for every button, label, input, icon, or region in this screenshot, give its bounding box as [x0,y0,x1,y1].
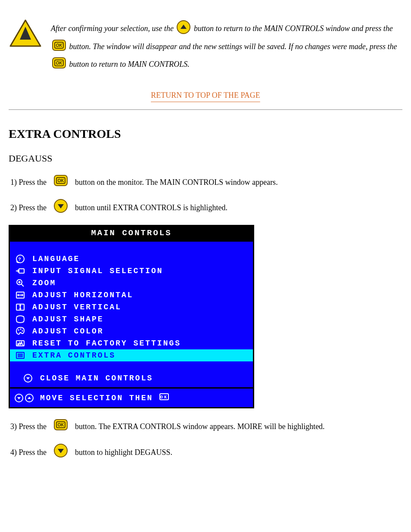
ok-button-icon [52,38,66,56]
osd-item-label: RESET TO FACTORY SETTINGS [32,339,181,348]
osd-item-label: ZOOM [32,279,56,287]
osd-body: LANGUAGE INPUT SIGNAL SELECTION ZOOM ADJ… [10,240,253,387]
warning-icon [9,17,43,48]
osd-title: MAIN CONTROLS [10,226,253,240]
step-1: 1) Press the button on the monitor. The … [10,174,402,191]
osd-item-label: LANGUAGE [32,255,80,263]
osd-footer-nav-icons [14,393,34,403]
horizontal-icon [14,290,26,300]
osd-item-input-signal[interactable]: INPUT SIGNAL SELECTION [10,265,253,277]
osd-menu-list: LANGUAGE INPUT SIGNAL SELECTION ZOOM ADJ… [10,253,253,361]
reset-icon [14,338,26,348]
warning-text-part3: button. The window will disappear and th… [69,42,397,50]
return-to-top-link[interactable]: RETURN TO TOP OF THE PAGE [9,91,402,100]
up-button-icon [176,20,191,38]
osd-close-main-controls[interactable]: CLOSE MAIN CONTROLS [10,369,253,387]
warning-text-part1: After confirming your selection, use the [51,24,175,33]
warning-text-part2: button to return to the MAIN CONTROLS wi… [194,24,393,33]
osd-item-adjust-shape[interactable]: ADJUST SHAPE [10,313,253,325]
section-subheading: DEGAUSS [9,153,402,164]
osd-footer: MOVE SELECTION THEN [10,387,253,407]
shape-icon [14,314,26,324]
step-2-pre: 2) Press the [10,202,47,214]
osd-item-label: ADJUST SHAPE [32,315,104,324]
extra-icon [14,350,26,361]
step-2-post: button until EXTRA CONTROLS is highlight… [75,202,227,214]
steps-list-continued: 3) Press the button. The EXTRA CONTROLS … [9,418,402,462]
down-button-icon [53,199,68,217]
osd-close-label: CLOSE MAIN CONTROLS [40,374,153,383]
osd-item-reset-factory[interactable]: RESET TO FACTORY SETTINGS [10,337,253,349]
warning-text-part4: button to return to MAIN CONTROLS. [69,59,190,68]
osd-item-extra-controls[interactable]: EXTRA CONTROLS [10,349,253,361]
steps-list: 1) Press the button on the monitor. The … [9,174,402,218]
input-icon [14,266,26,276]
ok-button-icon [53,174,68,191]
osd-item-label: INPUT SIGNAL SELECTION [32,267,163,275]
step-1-pre: 1) Press the [10,176,47,189]
osd-footer-text: MOVE SELECTION THEN [40,394,153,402]
step-3-post: button. The EXTRA CONTROLS window appear… [75,420,325,433]
osd-item-adjust-vertical[interactable]: ADJUST VERTICAL [10,301,253,313]
step-2: 2) Press the button until EXTRA CONTROLS… [10,199,402,217]
osd-item-label: ADJUST VERTICAL [32,303,121,311]
language-icon [14,254,26,264]
down-circle-icon [14,393,24,403]
osd-main-controls: MAIN CONTROLS LANGUAGE INPUT SIGNAL SELE… [9,225,254,408]
osd-item-label: EXTRA CONTROLS [32,351,115,360]
warning-text: After confirming your selection, use the… [51,17,402,74]
zoom-icon [14,278,26,288]
osd-item-label: ADJUST COLOR [32,327,104,336]
ok-button-icon [53,418,68,436]
step-3-pre: 3) Press the [10,420,47,433]
vertical-icon [14,302,26,312]
step-1-post: button on the monitor. The MAIN CONTROLS… [75,176,278,189]
step-4-pre: 4) Press the [10,446,47,459]
ok-box-icon [159,392,169,404]
step-3: 3) Press the button. The EXTRA CONTROLS … [10,418,402,436]
osd-item-label: ADJUST HORIZONTAL [32,291,134,299]
color-icon [14,326,26,336]
osd-item-language[interactable]: LANGUAGE [10,253,253,265]
warning-row: After confirming your selection, use the… [9,17,402,74]
ok-button-icon [52,56,66,74]
separator [9,109,402,110]
up-circle-icon [25,393,34,403]
osd-item-adjust-color[interactable]: ADJUST COLOR [10,325,253,337]
section-heading: EXTRA CONTROLS [9,127,402,141]
down-button-icon [53,443,68,462]
step-4-post: button to highlight DEGAUSS. [75,446,172,459]
step-4: 4) Press the button to highlight DEGAUSS… [10,443,402,462]
down-circle-icon [22,373,34,383]
osd-item-adjust-horizontal[interactable]: ADJUST HORIZONTAL [10,289,253,301]
osd-item-zoom[interactable]: ZOOM [10,277,253,289]
